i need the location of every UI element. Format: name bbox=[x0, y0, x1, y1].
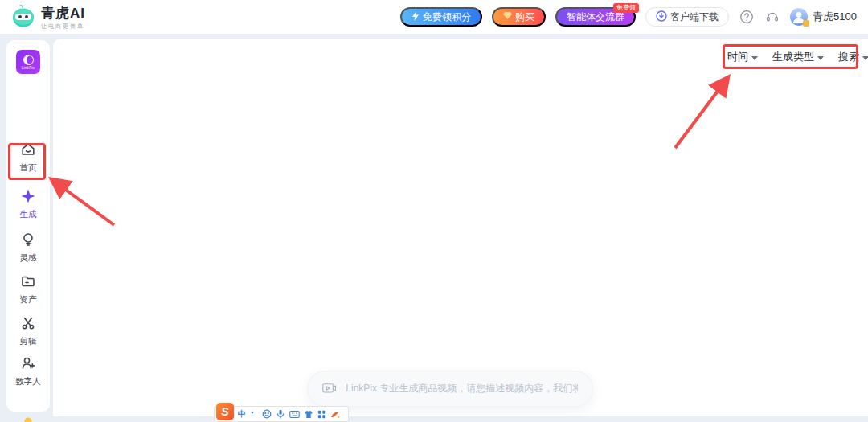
headset-icon[interactable] bbox=[764, 9, 780, 25]
avatar bbox=[790, 8, 808, 26]
chat-input-bar[interactable]: LinkPix 专业生成商品视频，请您描述视频内容，我们将帮您完成任务 bbox=[307, 371, 593, 407]
linkpix-moon-icon bbox=[23, 55, 34, 65]
sidebar-item-inspiration[interactable]: 灵感 bbox=[6, 231, 50, 264]
free-credits-button[interactable]: 免费领积分 bbox=[400, 7, 482, 27]
ime-toolbar: S 中 bbox=[214, 406, 349, 422]
media-generate-icon bbox=[322, 381, 336, 397]
header-actions: 免费领积分 购买 智能体交流群 免费领 客户端下载 bbox=[400, 0, 857, 34]
username: 青虎5100 bbox=[813, 10, 857, 24]
help-question-icon[interactable] bbox=[739, 9, 755, 25]
digital-human-icon bbox=[20, 355, 36, 371]
scissors-icon bbox=[20, 315, 36, 331]
chevron-down-icon bbox=[817, 56, 824, 60]
voice-input-icon[interactable] bbox=[276, 409, 285, 419]
main-content bbox=[53, 39, 868, 416]
download-circle-icon bbox=[656, 10, 667, 24]
vip-badge-icon bbox=[803, 20, 809, 27]
chevron-down-icon bbox=[862, 56, 868, 60]
app-root: 青虎AI 让电商更简单 免费领积分 购买 智能体交流群 免费领 bbox=[0, 0, 868, 422]
sidebar-item-edit[interactable]: 剪辑 bbox=[6, 315, 50, 347]
filter-search[interactable]: 搜索 bbox=[838, 50, 868, 64]
sidebar: LinkPix 首页 生成 灵感 bbox=[6, 40, 50, 412]
diamond-icon bbox=[503, 11, 512, 23]
sogou-logo-icon[interactable]: S bbox=[216, 403, 234, 420]
folder-icon bbox=[20, 273, 36, 289]
filter-time[interactable]: 时间 bbox=[727, 50, 758, 64]
linkpix-logo[interactable]: LinkPix bbox=[16, 50, 40, 74]
brand-tagline: 让电商更简单 bbox=[41, 23, 85, 31]
client-download-button[interactable]: 客户端下载 bbox=[645, 7, 729, 27]
sparkle-icon bbox=[20, 188, 36, 204]
ime-mode-toggle[interactable]: 中 bbox=[238, 408, 246, 420]
top-header: 青虎AI 让电商更简单 免费领积分 购买 智能体交流群 免费领 bbox=[0, 0, 868, 34]
toolbox-grid-icon[interactable] bbox=[317, 410, 326, 419]
sidebar-item-generate[interactable]: 生成 bbox=[6, 188, 50, 220]
agent-group-button[interactable]: 智能体交流群 免费领 bbox=[555, 7, 636, 27]
filter-gen-type[interactable]: 生成类型 bbox=[772, 50, 824, 64]
free-badge: 免费领 bbox=[613, 3, 639, 13]
filter-bar: 时间 生成类型 搜索 bbox=[727, 50, 868, 64]
qinghu-robot-icon bbox=[11, 3, 35, 32]
home-icon bbox=[20, 141, 36, 158]
brand[interactable]: 青虎AI 让电商更简单 bbox=[11, 3, 85, 32]
lightning-icon bbox=[411, 11, 420, 23]
sidebar-item-home[interactable]: 首页 bbox=[6, 141, 50, 174]
emoji-icon[interactable] bbox=[262, 409, 272, 419]
help-bulb-icon bbox=[20, 415, 36, 422]
sidebar-item-help[interactable]: 帮助 bbox=[6, 415, 50, 422]
user-menu[interactable]: 青虎5100 bbox=[790, 8, 857, 26]
skin-shirt-icon[interactable] bbox=[304, 410, 313, 419]
soft-keyboard-icon[interactable] bbox=[289, 410, 300, 419]
handwriting-pen-icon[interactable] bbox=[330, 410, 340, 419]
sidebar-item-assets[interactable]: 资产 bbox=[6, 273, 50, 305]
brand-name: 青虎AI bbox=[41, 6, 85, 22]
chevron-down-icon bbox=[751, 56, 758, 60]
punctuation-icon[interactable] bbox=[250, 410, 258, 418]
sidebar-item-digital-human[interactable]: 数字人 bbox=[6, 355, 50, 387]
bulb-icon bbox=[20, 231, 36, 248]
chat-placeholder: LinkPix 专业生成商品视频，请您描述视频内容，我们将帮您完成任务 bbox=[346, 382, 578, 395]
buy-button[interactable]: 购买 bbox=[492, 7, 546, 27]
